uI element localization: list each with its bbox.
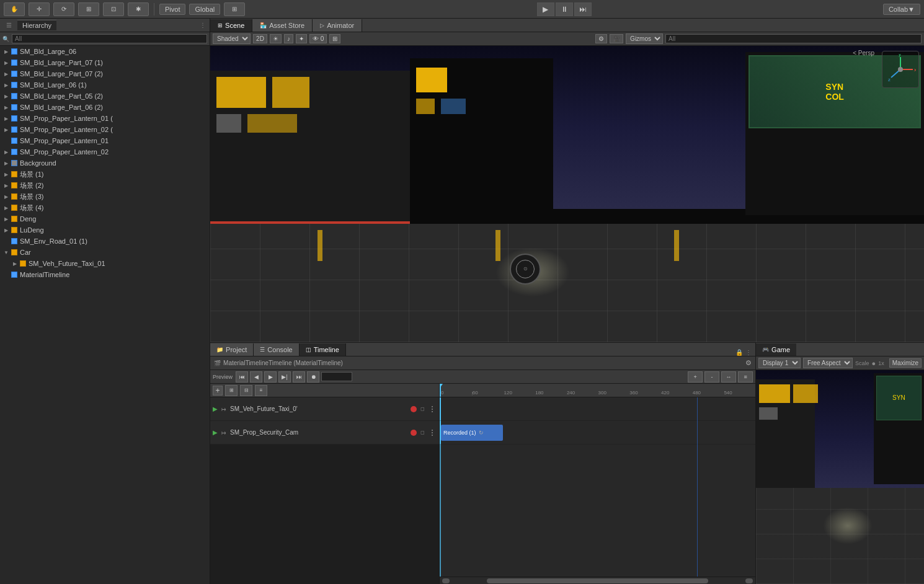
tl-next-frame[interactable]: ▶| [278, 371, 291, 383]
pivot-btn[interactable]: Pivot [159, 4, 185, 15]
list-item[interactable]: ▶ SM_Bld_Large_06 [0, 46, 210, 57]
ruler-label-120: 120 [504, 390, 512, 396]
bottom-area: 📁 Project ☰ Console ◫ Timeline 🔒 ⋮ [210, 342, 924, 584]
list-item[interactable]: ▶ 场景 (3) [0, 191, 210, 202]
list-item[interactable]: ▶ SM_Prop_Paper_Lantern_01 ( [0, 113, 210, 124]
record-dot2[interactable] [411, 430, 417, 436]
list-item[interactable]: ▶ 场景 (1) [0, 169, 210, 180]
timeline-settings-icon[interactable]: ⚙ [745, 359, 752, 367]
display-select[interactable]: Display 1 [758, 358, 801, 368]
list-item[interactable]: ▶ SM_Prop_Paper_Lantern_01 [0, 135, 210, 146]
track-expand-icon[interactable]: ▶ [213, 405, 218, 412]
scroll-left-btn[interactable] [442, 578, 450, 583]
move-tool-btn[interactable]: ✛ [29, 2, 50, 16]
list-item[interactable]: ▶ 场景 (2) [0, 180, 210, 191]
lighting-btn[interactable]: ☀ [270, 34, 282, 43]
rect-tool-btn[interactable]: ⊡ [103, 2, 124, 16]
list-item[interactable]: ▶ SM_Env_Road_01 (1) [0, 236, 210, 247]
step-btn[interactable]: ⏭ [574, 2, 592, 16]
gizmos-select[interactable]: Gizmos [626, 33, 663, 44]
maximize-btn[interactable]: Maximize [889, 358, 922, 368]
track-mute[interactable]: ◻ [418, 405, 427, 414]
track-collapse-btn[interactable]: ⊞ [225, 385, 238, 396]
list-item[interactable]: ▶ SM_Prop_Paper_Lantern_02 [0, 146, 210, 157]
audio-btn[interactable]: ♪ [284, 34, 293, 43]
scale-tool-btn[interactable]: ⊞ [78, 2, 99, 16]
console-tab[interactable]: ☰ Console [254, 343, 299, 356]
transform-tool-btn[interactable]: ✱ [128, 2, 149, 16]
tl-play[interactable]: ▶ [264, 371, 277, 383]
list-item[interactable]: ▶ LuDeng [0, 224, 210, 236]
gw3 [759, 407, 778, 420]
project-tab[interactable]: 📁 Project [210, 343, 254, 356]
timeline-tab[interactable]: ◫ Timeline [300, 343, 346, 356]
track-options-btn[interactable]: ≡ [255, 385, 267, 396]
gizmo-box[interactable]: x y z [882, 51, 919, 88]
grid-btn[interactable]: ⊞ [224, 2, 245, 16]
track-expand-btn[interactable]: ⊟ [240, 385, 252, 396]
hierarchy-tab[interactable]: Hierarchy [17, 20, 56, 30]
list-item[interactable]: ▶ Deng [0, 213, 210, 224]
list-item[interactable]: ▶ SM_Prop_Paper_Lantern_02 ( [0, 124, 210, 135]
list-item[interactable]: ▶ SM_Bld_Large_Part_05 (2) [0, 91, 210, 102]
timeline-time-input[interactable]: 0 [321, 372, 352, 381]
2d-toggle[interactable]: 2D [253, 34, 267, 43]
add-track-btn[interactable]: + [213, 386, 223, 396]
scene-tab[interactable]: ⊞ Scene [210, 19, 252, 32]
record-dot[interactable] [411, 406, 417, 412]
list-item[interactable]: ▶ Background [0, 157, 210, 169]
list-item[interactable]: ▶ SM_Bld_Large_06 (1) [0, 79, 210, 91]
tl-goto-end[interactable]: ⏭ [293, 371, 305, 383]
tl-zoom-in[interactable]: + [688, 371, 703, 383]
tl-zoom-out[interactable]: - [704, 371, 719, 383]
track-menu2[interactable] [428, 428, 437, 437]
pivot-label: Pivot [165, 6, 180, 13]
hierarchy-search[interactable] [12, 34, 207, 43]
list-item[interactable]: ▶ SM_Veh_Future_Taxi_01 [0, 258, 210, 269]
global-btn[interactable]: Global [189, 4, 220, 15]
list-item[interactable]: ▶ MaterialTimeline [0, 269, 210, 280]
list-item[interactable]: ▼ Car [0, 247, 210, 258]
list-item[interactable]: ▶ SM_Bld_Large_Part_07 (2) [0, 68, 210, 79]
track-expand-icon2[interactable]: ▶ [213, 429, 218, 436]
tl-fit[interactable]: ↔ [721, 371, 736, 383]
hidden-layers-btn[interactable]: 👁 0 [309, 34, 327, 43]
list-item[interactable]: ▶ 场景 (4) [0, 202, 210, 213]
list-item[interactable]: ▶ SM_Bld_Large_Part_06 (2) [0, 102, 210, 113]
tl-prev-frame[interactable]: ◀ [250, 371, 262, 383]
building-center [410, 58, 553, 236]
grid-overlay-btn[interactable]: ⊞ [329, 34, 340, 43]
shading-mode-select[interactable]: Shaded [213, 33, 251, 44]
list-item[interactable]: ▶ SM_Bld_Large_Part_07 (1) [0, 57, 210, 68]
track-menu[interactable] [428, 405, 437, 414]
game-icon: 🎮 [762, 347, 769, 353]
ruler-mark-300: 300 [598, 390, 630, 396]
aspect-select[interactable]: Free Aspect [803, 358, 853, 368]
animator-tab[interactable]: ▷ Animator [313, 19, 362, 32]
collab-btn[interactable]: Collab▼ [883, 4, 920, 15]
hierarchy-menu[interactable]: ⋮ [200, 22, 206, 29]
play-btn[interactable]: ▶ [537, 2, 554, 16]
hand-tool-btn[interactable]: ✋ [4, 2, 25, 16]
pause-btn[interactable]: ⏸ [556, 2, 573, 16]
fx-btn[interactable]: ✦ [296, 34, 307, 43]
cube-icon [10, 248, 19, 257]
scrollbar-thumb[interactable] [487, 578, 708, 583]
rotate-tool-btn[interactable]: ⟳ [53, 2, 74, 16]
track-mute2[interactable]: ◻ [418, 428, 427, 437]
camera-btn[interactable]: 🎥 [610, 34, 623, 43]
tl-record[interactable]: ⏺ [307, 371, 319, 383]
timeline-menu-icon[interactable]: ⋮ [745, 349, 752, 356]
game-tab[interactable]: 🎮 Game [756, 343, 796, 356]
scene-settings-btn[interactable]: ⚙ [595, 34, 607, 43]
scroll-right-btn[interactable] [745, 578, 753, 583]
timeline-clip-recorded[interactable]: Recorded (1) ↻ [441, 425, 503, 441]
expand-arrow: ▶ [2, 205, 10, 211]
scene-search[interactable] [665, 34, 922, 43]
tl-more[interactable]: ≡ [738, 371, 753, 383]
timeline-scrollbar[interactable] [440, 577, 755, 584]
asset-store-tab[interactable]: 🏪 Asset Store [252, 19, 313, 32]
center-win3 [441, 99, 466, 114]
tl-goto-start[interactable]: ⏮ [236, 371, 248, 383]
svg-text:z: z [888, 77, 891, 82]
